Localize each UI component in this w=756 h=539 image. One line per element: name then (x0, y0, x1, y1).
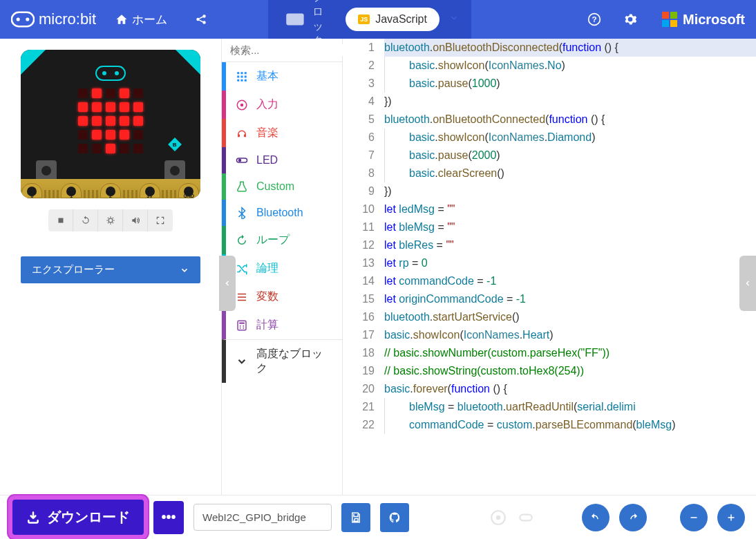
microbit-simulator[interactable]: A B 0123VGND (21, 50, 200, 198)
svg-rect-22 (241, 79, 243, 81)
grid-icon (236, 70, 248, 83)
mute-button[interactable] (123, 209, 148, 231)
collapse-right-panel[interactable] (739, 256, 756, 311)
svg-point-34 (243, 325, 244, 326)
svg-point-2 (26, 17, 29, 21)
home-button[interactable]: ホーム (107, 6, 176, 33)
svg-rect-39 (520, 514, 531, 520)
svg-rect-15 (237, 72, 239, 74)
blocks-icon (283, 8, 307, 31)
category-計算[interactable]: 計算 (222, 311, 342, 339)
svg-point-36 (243, 327, 244, 328)
logo-text: micro:bit (39, 10, 96, 28)
svg-rect-29 (238, 296, 246, 298)
svg-rect-42 (730, 514, 732, 520)
svg-point-1 (17, 17, 20, 21)
chevron-down-icon (236, 355, 248, 368)
svg-point-3 (196, 18, 200, 21)
category-LED[interactable]: LED (222, 147, 342, 173)
category-label: Custom (256, 180, 294, 193)
svg-rect-17 (245, 72, 247, 74)
svg-rect-12 (58, 218, 63, 223)
explorer-label: エクスプローラー (32, 263, 115, 276)
microsoft-logo[interactable]: Microsoft (662, 12, 745, 28)
button-a[interactable] (36, 160, 57, 181)
category-論理[interactable]: 論理 (222, 254, 342, 283)
category-label: 計算 (256, 318, 278, 332)
code-editor[interactable]: 12345678910111213141516171819202122 blue… (343, 39, 756, 495)
collapse-simulator[interactable] (219, 256, 236, 311)
home-label: ホーム (132, 12, 167, 28)
svg-point-25 (240, 103, 244, 106)
toolbox: 基本入力音楽LEDCustomBluetoothループ論理変数計算 高度なブロッ… (221, 39, 343, 495)
redo-button[interactable] (619, 504, 647, 531)
bluetooth-icon (236, 207, 248, 219)
calc-icon (236, 319, 248, 332)
category-変数[interactable]: 変数 (222, 283, 342, 311)
microsoft-label: Microsoft (683, 12, 745, 28)
category-advanced[interactable]: 高度なブロック (222, 339, 342, 383)
line-numbers: 12345678910111213141516171819202122 (343, 39, 384, 434)
category-label: ループ (256, 233, 290, 247)
button-b[interactable] (164, 160, 185, 181)
share-button[interactable] (187, 8, 216, 31)
svg-rect-19 (241, 75, 243, 77)
category-label: 論理 (256, 261, 278, 276)
svg-rect-9 (96, 66, 125, 80)
language-dropdown[interactable] (440, 8, 469, 31)
svg-point-11 (115, 71, 119, 75)
toolbox-search[interactable] (222, 39, 342, 62)
svg-rect-6 (286, 14, 303, 26)
undo-button[interactable] (582, 504, 609, 531)
category-label: 変数 (256, 290, 278, 304)
svg-point-33 (240, 325, 241, 326)
category-label: 基本 (256, 69, 278, 84)
category-音楽[interactable]: 音楽 (222, 119, 342, 147)
edge-connector: 0123VGND (21, 179, 200, 198)
project-name-input[interactable] (193, 504, 332, 531)
connector-icon (517, 509, 535, 527)
download-button[interactable]: ダウンロード (12, 500, 144, 535)
simulator-controls (48, 209, 173, 231)
svg-point-4 (202, 15, 206, 18)
debug-button[interactable] (98, 209, 123, 231)
explorer-toggle[interactable]: エクスプローラー (21, 256, 200, 283)
category-Custom[interactable]: Custom (222, 173, 342, 200)
led-matrix (78, 88, 143, 153)
headphones-icon (236, 127, 248, 140)
svg-rect-16 (241, 72, 243, 74)
category-基本[interactable]: 基本 (222, 62, 342, 91)
category-ループ[interactable]: ループ (222, 226, 342, 254)
category-入力[interactable]: 入力 (222, 91, 342, 119)
flask-icon (236, 180, 248, 193)
simulator-panel: A B 0123VGND エクスプローラー (0, 39, 221, 495)
help-button[interactable]: ? (582, 7, 607, 32)
js-icon: JS (358, 15, 370, 24)
settings-button[interactable] (618, 7, 643, 32)
save-button[interactable] (341, 503, 370, 532)
github-button[interactable] (380, 503, 409, 532)
toggle-icon (236, 154, 248, 167)
svg-point-10 (102, 71, 106, 75)
code-area[interactable]: bluetooth.onBluetoothDisconnected(functi… (384, 39, 756, 434)
stop-button[interactable] (48, 209, 73, 231)
category-label: 音楽 (256, 126, 278, 140)
restart-button[interactable] (73, 209, 98, 231)
search-input[interactable] (230, 44, 361, 56)
chevron-down-icon (180, 265, 189, 275)
svg-rect-18 (237, 75, 239, 77)
logo[interactable]: micro:bit (11, 10, 96, 28)
svg-rect-40 (691, 517, 697, 518)
fullscreen-button[interactable] (148, 209, 173, 231)
connector-icon (489, 509, 507, 527)
microsoft-icon (662, 12, 677, 27)
download-icon (26, 511, 40, 524)
footer: ダウンロード ••• (0, 495, 756, 539)
category-Bluetooth[interactable]: Bluetooth (222, 200, 342, 226)
list-icon (236, 291, 248, 303)
zoom-in-button[interactable] (717, 504, 745, 531)
svg-text:?: ? (592, 15, 596, 23)
javascript-tab[interactable]: JS JavaScript (346, 8, 440, 31)
download-more-button[interactable]: ••• (153, 501, 184, 534)
zoom-out-button[interactable] (680, 504, 708, 531)
